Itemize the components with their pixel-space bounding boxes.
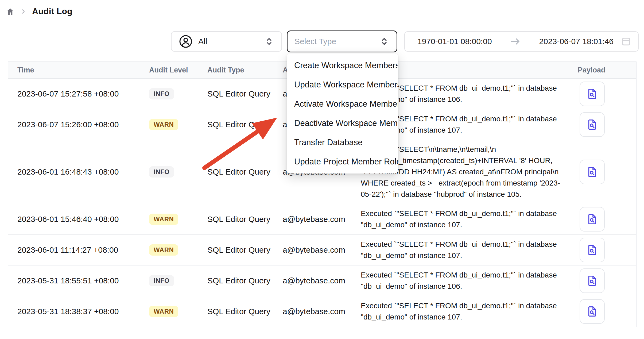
view-payload-button[interactable]	[580, 207, 605, 232]
select-chevrons-icon	[264, 36, 274, 47]
audit-type-filter-select[interactable]: Select Type	[287, 30, 397, 52]
audit-level-badge: INFO	[149, 88, 174, 99]
chevron-right-icon	[20, 9, 26, 14]
cell-comment: Executed `"SELECT * FROM db_ui_demo.t1;"…	[361, 235, 572, 265]
dropdown-item[interactable]: Create Workspace Membership	[287, 56, 398, 75]
arrow-right-icon	[492, 36, 539, 47]
col-header-payload: Payload	[572, 66, 637, 74]
file-search-icon	[586, 166, 598, 178]
cell-time: 2023-06-07 15:27:58 +08:00	[8, 89, 149, 98]
calendar-icon	[620, 36, 632, 47]
cell-audit-level: WARN	[149, 214, 207, 225]
cell-audit-type: SQL Editor Query	[207, 307, 283, 316]
file-search-icon	[586, 305, 598, 318]
cell-comment: Executed `"SELECT * FROM db_ui_demo.t1;"…	[361, 266, 572, 296]
date-range-end[interactable]: 2023-06-07 18:01:46	[539, 37, 614, 46]
audit-level-badge: INFO	[149, 275, 174, 286]
table-row: 2023-06-01 15:46:40 +08:00 WARN SQL Edit…	[8, 204, 636, 235]
date-range-start[interactable]: 1970-01-01 08:00:00	[417, 37, 492, 46]
audit-level-badge: INFO	[149, 166, 174, 178]
file-search-icon	[586, 275, 598, 287]
actor-filter-value: All	[198, 37, 207, 46]
cell-audit-level: WARN	[149, 306, 207, 317]
cell-audit-type: SQL Editor Query	[207, 167, 283, 176]
cell-payload	[572, 160, 637, 184]
cell-time: 2023-06-01 16:48:43 +08:00	[8, 167, 149, 176]
home-icon[interactable]	[6, 7, 14, 16]
cell-actor: a@bytebase.com	[283, 245, 361, 255]
cell-actor: a@bytebase.com	[283, 307, 361, 316]
audit-level-badge: WARN	[149, 214, 178, 225]
dropdown-item[interactable]: Update Workspace Membership	[287, 75, 398, 94]
cell-time: 2023-05-31 18:55:51 +08:00	[8, 276, 149, 285]
cell-actor: a@bytebase.com	[283, 215, 361, 224]
file-search-icon	[586, 244, 598, 256]
cell-audit-level: INFO	[149, 88, 207, 99]
table-row: 2023-05-31 18:38:37 +08:00 WARN SQL Edit…	[8, 296, 636, 327]
date-range-picker[interactable]: 1970-01-01 08:00:00 2023-06-07 18:01:46	[404, 31, 639, 52]
cell-payload	[572, 112, 637, 137]
audit-level-badge: WARN	[149, 119, 178, 130]
cell-time: 2023-06-07 15:26:00 +08:00	[8, 120, 149, 129]
cell-audit-level: WARN	[149, 119, 207, 130]
view-payload-button[interactable]	[580, 238, 605, 262]
cell-payload	[572, 82, 637, 106]
cell-comment: Executed `"SELECT * FROM db_ui_demo.t1;"…	[361, 296, 572, 326]
cell-audit-level: INFO	[149, 166, 207, 178]
view-payload-button[interactable]	[580, 160, 605, 184]
type-filter-placeholder: Select Type	[294, 37, 336, 46]
dropdown-item[interactable]: Activate Workspace Membership	[287, 94, 398, 114]
dropdown-item[interactable]: Update Project Member Role	[287, 152, 398, 171]
cell-audit-level: INFO	[149, 275, 207, 286]
cell-audit-type: SQL Editor Query	[207, 120, 283, 129]
cell-time: 2023-05-31 18:38:37 +08:00	[8, 307, 149, 316]
audit-level-badge: WARN	[149, 306, 178, 317]
table-row: 2023-06-01 11:14:27 +08:00 WARN SQL Edit…	[8, 235, 636, 265]
cell-audit-level: WARN	[149, 244, 207, 256]
audit-level-badge: WARN	[149, 244, 178, 256]
view-payload-button[interactable]	[580, 112, 605, 137]
view-payload-button[interactable]	[580, 82, 605, 106]
cell-audit-type: SQL Editor Query	[207, 89, 283, 98]
file-search-icon	[586, 118, 598, 131]
table-row: 2023-05-31 18:55:51 +08:00 INFO SQL Edit…	[8, 265, 636, 296]
col-header-audit-level: Audit Level	[149, 66, 207, 74]
file-search-icon	[586, 213, 598, 225]
cell-payload	[572, 268, 637, 293]
breadcrumb: Audit Log	[6, 6, 72, 16]
user-circle-icon	[179, 34, 193, 49]
actor-filter-select[interactable]: All	[171, 31, 282, 52]
cell-audit-type: SQL Editor Query	[207, 215, 283, 224]
cell-time: 2023-06-01 11:14:27 +08:00	[8, 245, 149, 255]
cell-audit-type: SQL Editor Query	[207, 245, 283, 255]
page-title: Audit Log	[32, 6, 72, 16]
cell-audit-type: SQL Editor Query	[207, 276, 283, 285]
cell-actor: a@bytebase.com	[283, 276, 361, 285]
cell-comment: Executed `"SELECT * FROM db_ui_demo.t1;"…	[361, 204, 572, 234]
select-chevrons-icon	[379, 36, 390, 47]
col-header-audit-type: Audit Type	[207, 66, 283, 74]
cell-payload	[572, 207, 637, 232]
dropdown-item[interactable]: Transfer Database	[287, 133, 398, 152]
dropdown-item[interactable]: Deactivate Workspace Membership	[287, 114, 398, 133]
cell-payload	[572, 299, 637, 324]
file-search-icon	[586, 88, 598, 100]
col-header-time: Time	[8, 66, 149, 74]
cell-time: 2023-06-01 15:46:40 +08:00	[8, 215, 149, 224]
cell-payload	[572, 238, 637, 262]
view-payload-button[interactable]	[580, 268, 605, 293]
view-payload-button[interactable]	[580, 299, 605, 324]
audit-type-dropdown-menu: Create Workspace Membership Update Works…	[287, 53, 398, 174]
